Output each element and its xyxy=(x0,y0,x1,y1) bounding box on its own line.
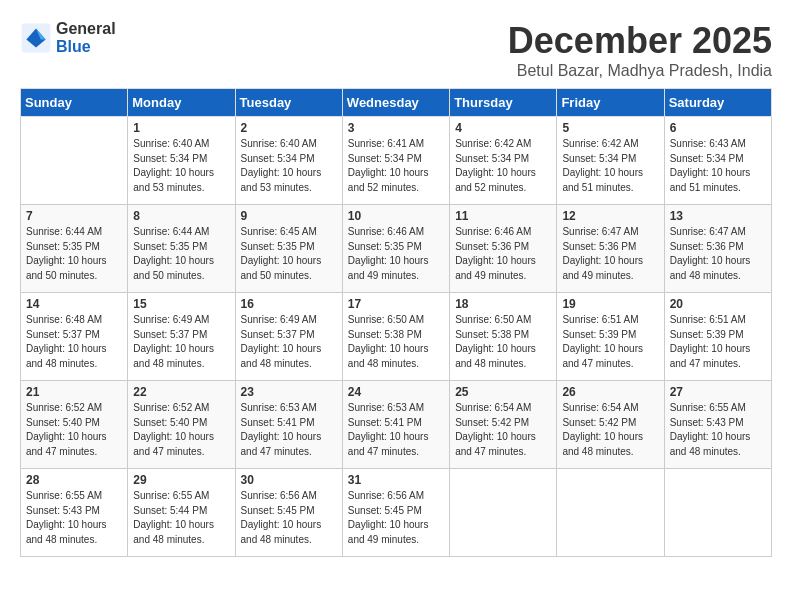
day-info: Sunrise: 6:56 AMSunset: 5:45 PMDaylight:… xyxy=(348,489,445,547)
week-row-1: 1Sunrise: 6:40 AMSunset: 5:34 PMDaylight… xyxy=(21,117,772,205)
day-info: Sunrise: 6:46 AMSunset: 5:36 PMDaylight:… xyxy=(455,225,552,283)
day-cell: 30Sunrise: 6:56 AMSunset: 5:45 PMDayligh… xyxy=(235,469,342,557)
day-info: Sunrise: 6:45 AMSunset: 5:35 PMDaylight:… xyxy=(241,225,338,283)
day-info: Sunrise: 6:44 AMSunset: 5:35 PMDaylight:… xyxy=(26,225,123,283)
day-number: 27 xyxy=(670,385,767,399)
day-cell: 16Sunrise: 6:49 AMSunset: 5:37 PMDayligh… xyxy=(235,293,342,381)
day-info: Sunrise: 6:56 AMSunset: 5:45 PMDaylight:… xyxy=(241,489,338,547)
day-cell: 4Sunrise: 6:42 AMSunset: 5:34 PMDaylight… xyxy=(450,117,557,205)
day-number: 4 xyxy=(455,121,552,135)
day-number: 1 xyxy=(133,121,230,135)
day-number: 30 xyxy=(241,473,338,487)
day-cell: 19Sunrise: 6:51 AMSunset: 5:39 PMDayligh… xyxy=(557,293,664,381)
day-info: Sunrise: 6:50 AMSunset: 5:38 PMDaylight:… xyxy=(348,313,445,371)
day-info: Sunrise: 6:52 AMSunset: 5:40 PMDaylight:… xyxy=(133,401,230,459)
day-info: Sunrise: 6:53 AMSunset: 5:41 PMDaylight:… xyxy=(348,401,445,459)
day-number: 26 xyxy=(562,385,659,399)
day-info: Sunrise: 6:54 AMSunset: 5:42 PMDaylight:… xyxy=(455,401,552,459)
day-info: Sunrise: 6:40 AMSunset: 5:34 PMDaylight:… xyxy=(241,137,338,195)
month-title: December 2025 xyxy=(508,20,772,62)
day-cell: 13Sunrise: 6:47 AMSunset: 5:36 PMDayligh… xyxy=(664,205,771,293)
day-info: Sunrise: 6:51 AMSunset: 5:39 PMDaylight:… xyxy=(670,313,767,371)
day-cell: 5Sunrise: 6:42 AMSunset: 5:34 PMDaylight… xyxy=(557,117,664,205)
day-cell: 20Sunrise: 6:51 AMSunset: 5:39 PMDayligh… xyxy=(664,293,771,381)
location-title: Betul Bazar, Madhya Pradesh, India xyxy=(508,62,772,80)
day-info: Sunrise: 6:55 AMSunset: 5:43 PMDaylight:… xyxy=(670,401,767,459)
day-cell: 15Sunrise: 6:49 AMSunset: 5:37 PMDayligh… xyxy=(128,293,235,381)
day-cell: 6Sunrise: 6:43 AMSunset: 5:34 PMDaylight… xyxy=(664,117,771,205)
day-number: 7 xyxy=(26,209,123,223)
day-info: Sunrise: 6:46 AMSunset: 5:35 PMDaylight:… xyxy=(348,225,445,283)
day-cell: 10Sunrise: 6:46 AMSunset: 5:35 PMDayligh… xyxy=(342,205,449,293)
day-info: Sunrise: 6:48 AMSunset: 5:37 PMDaylight:… xyxy=(26,313,123,371)
day-cell: 22Sunrise: 6:52 AMSunset: 5:40 PMDayligh… xyxy=(128,381,235,469)
day-info: Sunrise: 6:47 AMSunset: 5:36 PMDaylight:… xyxy=(562,225,659,283)
header-tuesday: Tuesday xyxy=(235,89,342,117)
day-cell: 26Sunrise: 6:54 AMSunset: 5:42 PMDayligh… xyxy=(557,381,664,469)
day-number: 15 xyxy=(133,297,230,311)
day-cell: 31Sunrise: 6:56 AMSunset: 5:45 PMDayligh… xyxy=(342,469,449,557)
day-cell: 3Sunrise: 6:41 AMSunset: 5:34 PMDaylight… xyxy=(342,117,449,205)
day-cell: 11Sunrise: 6:46 AMSunset: 5:36 PMDayligh… xyxy=(450,205,557,293)
day-info: Sunrise: 6:53 AMSunset: 5:41 PMDaylight:… xyxy=(241,401,338,459)
page-header: General Blue December 2025 Betul Bazar, … xyxy=(20,20,772,80)
day-number: 11 xyxy=(455,209,552,223)
day-cell xyxy=(664,469,771,557)
logo-text: General Blue xyxy=(56,20,116,56)
day-info: Sunrise: 6:47 AMSunset: 5:36 PMDaylight:… xyxy=(670,225,767,283)
day-cell xyxy=(450,469,557,557)
day-cell: 12Sunrise: 6:47 AMSunset: 5:36 PMDayligh… xyxy=(557,205,664,293)
day-number: 28 xyxy=(26,473,123,487)
header-thursday: Thursday xyxy=(450,89,557,117)
logo-icon xyxy=(20,22,52,54)
day-number: 3 xyxy=(348,121,445,135)
logo: General Blue xyxy=(20,20,116,56)
day-info: Sunrise: 6:43 AMSunset: 5:34 PMDaylight:… xyxy=(670,137,767,195)
day-number: 8 xyxy=(133,209,230,223)
day-number: 20 xyxy=(670,297,767,311)
header-friday: Friday xyxy=(557,89,664,117)
day-cell: 28Sunrise: 6:55 AMSunset: 5:43 PMDayligh… xyxy=(21,469,128,557)
header-wednesday: Wednesday xyxy=(342,89,449,117)
day-info: Sunrise: 6:50 AMSunset: 5:38 PMDaylight:… xyxy=(455,313,552,371)
day-number: 25 xyxy=(455,385,552,399)
day-info: Sunrise: 6:44 AMSunset: 5:35 PMDaylight:… xyxy=(133,225,230,283)
day-info: Sunrise: 6:55 AMSunset: 5:43 PMDaylight:… xyxy=(26,489,123,547)
day-cell: 18Sunrise: 6:50 AMSunset: 5:38 PMDayligh… xyxy=(450,293,557,381)
day-number: 16 xyxy=(241,297,338,311)
day-cell: 7Sunrise: 6:44 AMSunset: 5:35 PMDaylight… xyxy=(21,205,128,293)
day-cell: 17Sunrise: 6:50 AMSunset: 5:38 PMDayligh… xyxy=(342,293,449,381)
day-info: Sunrise: 6:40 AMSunset: 5:34 PMDaylight:… xyxy=(133,137,230,195)
day-number: 10 xyxy=(348,209,445,223)
day-info: Sunrise: 6:49 AMSunset: 5:37 PMDaylight:… xyxy=(133,313,230,371)
day-cell: 27Sunrise: 6:55 AMSunset: 5:43 PMDayligh… xyxy=(664,381,771,469)
day-info: Sunrise: 6:52 AMSunset: 5:40 PMDaylight:… xyxy=(26,401,123,459)
day-info: Sunrise: 6:42 AMSunset: 5:34 PMDaylight:… xyxy=(455,137,552,195)
day-info: Sunrise: 6:49 AMSunset: 5:37 PMDaylight:… xyxy=(241,313,338,371)
day-number: 2 xyxy=(241,121,338,135)
day-cell: 2Sunrise: 6:40 AMSunset: 5:34 PMDaylight… xyxy=(235,117,342,205)
day-number: 24 xyxy=(348,385,445,399)
day-cell: 1Sunrise: 6:40 AMSunset: 5:34 PMDaylight… xyxy=(128,117,235,205)
day-info: Sunrise: 6:51 AMSunset: 5:39 PMDaylight:… xyxy=(562,313,659,371)
day-number: 17 xyxy=(348,297,445,311)
header-saturday: Saturday xyxy=(664,89,771,117)
day-number: 21 xyxy=(26,385,123,399)
header-sunday: Sunday xyxy=(21,89,128,117)
day-number: 19 xyxy=(562,297,659,311)
day-cell xyxy=(21,117,128,205)
week-row-4: 21Sunrise: 6:52 AMSunset: 5:40 PMDayligh… xyxy=(21,381,772,469)
day-cell: 29Sunrise: 6:55 AMSunset: 5:44 PMDayligh… xyxy=(128,469,235,557)
day-info: Sunrise: 6:42 AMSunset: 5:34 PMDaylight:… xyxy=(562,137,659,195)
day-number: 9 xyxy=(241,209,338,223)
header-monday: Monday xyxy=(128,89,235,117)
day-number: 5 xyxy=(562,121,659,135)
calendar-table: Sunday Monday Tuesday Wednesday Thursday… xyxy=(20,88,772,557)
day-number: 12 xyxy=(562,209,659,223)
day-number: 6 xyxy=(670,121,767,135)
day-cell: 23Sunrise: 6:53 AMSunset: 5:41 PMDayligh… xyxy=(235,381,342,469)
day-number: 23 xyxy=(241,385,338,399)
week-row-5: 28Sunrise: 6:55 AMSunset: 5:43 PMDayligh… xyxy=(21,469,772,557)
day-number: 14 xyxy=(26,297,123,311)
day-info: Sunrise: 6:41 AMSunset: 5:34 PMDaylight:… xyxy=(348,137,445,195)
